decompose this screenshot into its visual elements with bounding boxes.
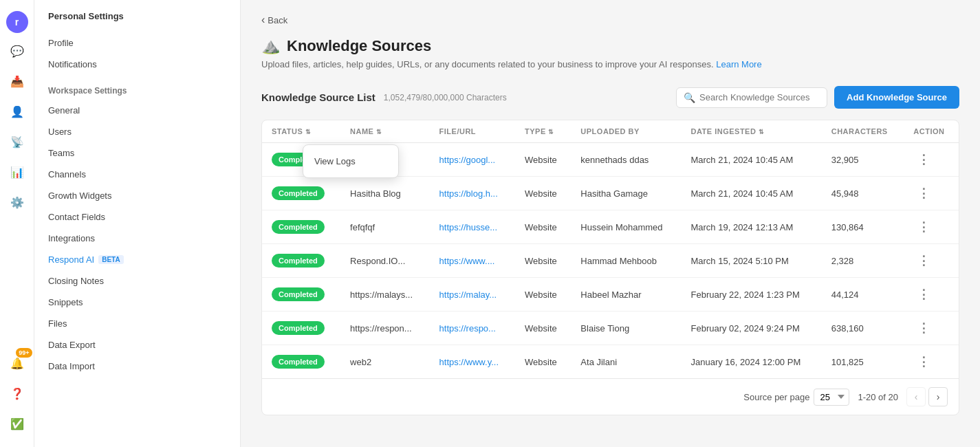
cell-type: Website xyxy=(515,244,571,278)
file-url-link[interactable]: https://googl... xyxy=(439,155,496,165)
sidebar-item-notifications[interactable]: Notifications xyxy=(34,54,240,75)
cell-characters: 101,825 xyxy=(822,345,904,379)
table-row: Completed fefqfqf https://husse... Websi… xyxy=(262,210,959,244)
nav-icon-channels[interactable]: 📡 xyxy=(5,129,30,154)
status-badge: Completed xyxy=(272,355,325,369)
learn-more-link[interactable]: Learn More xyxy=(716,59,761,69)
action-dropdown: View Logs xyxy=(303,144,399,178)
cell-characters: 45,948 xyxy=(822,177,904,210)
ks-title-group: Knowledge Source List 1,052,479/80,000,0… xyxy=(261,91,507,103)
sidebar-item-data-import[interactable]: Data Import xyxy=(34,356,240,377)
sidebar-item-general[interactable]: General xyxy=(34,100,240,121)
cell-name: https://malays... xyxy=(340,278,430,312)
sidebar-item-files[interactable]: Files xyxy=(34,313,240,334)
table-row: Completed Respond.IO... https://www.... … xyxy=(262,244,959,278)
action-menu-button[interactable]: ⋮ xyxy=(913,353,934,371)
sidebar-item-growth-widgets[interactable]: Growth Widgets xyxy=(34,185,240,206)
cell-file-url: https://blog.h... xyxy=(430,177,516,210)
file-url-link[interactable]: https://blog.h... xyxy=(439,188,498,199)
file-url-link[interactable]: https://www.y... xyxy=(439,357,499,367)
cell-name: web2 xyxy=(340,345,430,379)
cell-status: Completed xyxy=(262,312,340,345)
action-menu-button[interactable]: ⋮ xyxy=(913,319,934,337)
cell-file-url: https://respo... xyxy=(430,312,516,345)
nav-icon-help[interactable]: ❓ xyxy=(5,381,30,406)
next-page-button[interactable]: › xyxy=(928,387,948,406)
knowledge-icon: ⛰️ xyxy=(261,37,280,55)
file-url-link[interactable]: https://respo... xyxy=(439,323,496,334)
search-input[interactable] xyxy=(699,92,820,102)
sidebar-item-users[interactable]: Users xyxy=(34,121,240,142)
nav-icon-status[interactable]: ✅ xyxy=(5,411,30,436)
cell-date-ingested: March 19, 2024 12:13 AM xyxy=(681,210,821,244)
status-badge: Completed xyxy=(272,220,325,234)
file-url-link[interactable]: https://malay... xyxy=(439,290,497,300)
cell-status: Completed xyxy=(262,210,340,244)
cell-name: Respond.IO... xyxy=(340,244,430,278)
action-menu-button[interactable]: ⋮ xyxy=(913,184,934,202)
nav-icon-notifications[interactable]: 🔔 99+ xyxy=(5,351,30,375)
action-menu-button[interactable]: ⋮ xyxy=(913,285,934,303)
cell-uploaded-by: Ata Jilani xyxy=(571,345,681,379)
add-knowledge-source-button[interactable]: Add Knowledge Source xyxy=(834,86,959,109)
nav-icon-inbox[interactable]: 📥 xyxy=(5,69,30,94)
per-page-select[interactable]: 25 50 100 xyxy=(814,389,849,406)
status-badge: Completed xyxy=(272,254,325,268)
sidebar-item-profile[interactable]: Profile xyxy=(34,32,240,54)
cell-file-url: https://googl... xyxy=(430,143,516,177)
cell-characters: 44,124 xyxy=(822,278,904,312)
page-subtitle: Upload files, articles, help guides, URL… xyxy=(261,59,959,69)
back-link[interactable]: ‹ Back xyxy=(261,14,959,26)
cell-action: ⋮ xyxy=(904,177,959,210)
file-url-link[interactable]: https://husse... xyxy=(439,222,498,232)
nav-icon-chat[interactable]: 💬 xyxy=(5,39,30,63)
sidebar-item-channels[interactable]: Channels xyxy=(34,164,240,185)
cell-uploaded-by: Hasitha Gamage xyxy=(571,177,681,210)
sidebar-item-integrations[interactable]: Integrations xyxy=(34,228,240,249)
sidebar-item-contact-fields[interactable]: Contact Fields xyxy=(34,206,240,228)
prev-page-button[interactable]: ‹ xyxy=(906,387,926,406)
sidebar-item-teams[interactable]: Teams xyxy=(34,142,240,164)
cell-action: ⋮ xyxy=(904,345,959,379)
cell-name: fefqfqf xyxy=(340,210,430,244)
col-name: NAME ⇅ xyxy=(340,120,430,143)
nav-icon-settings[interactable]: ⚙️ xyxy=(5,190,30,215)
action-menu-button[interactable]: ⋮ xyxy=(913,218,934,236)
cell-uploaded-by: Hammad Mehboob xyxy=(571,244,681,278)
cell-action: ⋮ xyxy=(904,244,959,278)
cell-status: Completed xyxy=(262,345,340,379)
action-menu-button[interactable]: ⋮ xyxy=(913,151,934,168)
table-row: Completed https://malays... https://mala… xyxy=(262,278,959,312)
table-header-row: STATUS ⇅ NAME ⇅ FILE/URL TYPE ⇅ UPLOADED… xyxy=(262,120,959,143)
sidebar-item-respond-ai[interactable]: Respond AI BETA xyxy=(34,249,240,270)
cell-type: Website xyxy=(515,143,571,177)
sidebar-item-snippets[interactable]: Snippets xyxy=(34,292,240,313)
col-type: TYPE ⇅ xyxy=(515,120,571,143)
table-row: Completed web2 https://www.y... Website … xyxy=(262,345,959,379)
action-menu-button[interactable]: ⋮ xyxy=(913,252,934,270)
cell-status: Completed xyxy=(262,278,340,312)
table-row: Completed https://respon... https://resp… xyxy=(262,312,959,345)
col-date-ingested: DATE INGESTED ⇅ xyxy=(681,120,821,143)
sidebar-item-closing-notes[interactable]: Closing Notes xyxy=(34,270,240,292)
cell-date-ingested: March 15, 2024 5:10 PM xyxy=(681,244,821,278)
nav-icon-contacts[interactable]: 👤 xyxy=(5,99,30,124)
nav-icon-reports[interactable]: 📊 xyxy=(5,160,30,184)
per-page-select-wrap: Source per page 25 50 100 xyxy=(743,389,849,406)
cell-file-url: https://husse... xyxy=(430,210,516,244)
ks-header: Knowledge Source List 1,052,479/80,000,0… xyxy=(261,86,959,109)
status-badge: Completed xyxy=(272,321,325,335)
beta-badge: BETA xyxy=(98,255,123,264)
cell-action: ⋮ xyxy=(904,210,959,244)
cell-characters: 130,864 xyxy=(822,210,904,244)
cell-action: ⋮ xyxy=(904,278,959,312)
dropdown-view-logs[interactable]: View Logs xyxy=(303,151,398,172)
cell-uploaded-by: kennethads ddas xyxy=(571,143,681,177)
cell-action: ⋮ xyxy=(904,312,959,345)
cell-action: ⋮ xyxy=(904,143,959,177)
user-avatar[interactable]: r xyxy=(6,11,28,33)
file-url-link[interactable]: https://www.... xyxy=(439,256,495,266)
sidebar-item-data-export[interactable]: Data Export xyxy=(34,334,240,356)
pagination-range: 1-20 of 20 xyxy=(858,392,898,402)
cell-date-ingested: February 22, 2024 1:23 PM xyxy=(681,278,821,312)
